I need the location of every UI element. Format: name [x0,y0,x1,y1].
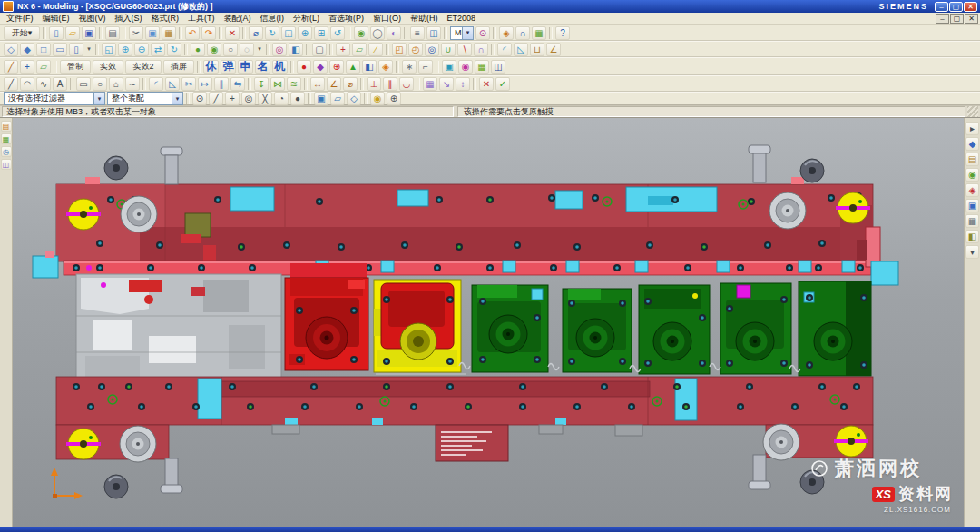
mdi-restore-button[interactable]: ▢ [950,14,964,24]
rotate-view-icon[interactable]: ↻ [167,43,181,56]
sketch-icon[interactable]: ╱ [4,60,18,74]
clip-section-icon[interactable]: ◧ [289,43,303,56]
scale-icon[interactable]: ↘ [439,77,454,91]
menu-analysis[interactable]: 分析(L) [289,13,324,25]
zoom-in-icon[interactable]: ⊕ [118,43,132,56]
zoom-icon[interactable]: ⊕ [298,26,312,40]
text-icon[interactable]: A [53,77,67,91]
zoom-out-icon[interactable]: ⊖ [134,43,149,56]
menu-view[interactable]: 视图(V) [74,13,111,25]
tool-red-icon[interactable]: ◈ [965,183,979,197]
roles-tab-icon[interactable]: ◫ [1,159,12,170]
snap-icon[interactable]: ⊙ [475,26,490,40]
window-icon[interactable]: ▢ [312,43,327,56]
close-button[interactable]: ✕ [964,2,977,12]
tangent-icon[interactable]: ◡ [399,77,414,91]
datum-csys-icon[interactable]: + [20,60,34,74]
existing-point-snap-icon[interactable]: ● [290,92,305,105]
wireframe-view-icon[interactable]: ◯ [370,26,385,40]
station-3-green-die[interactable] [472,285,548,372]
assembly-navigator-tab-icon[interactable]: ▤ [1,121,12,132]
datum-plane-icon[interactable]: ▱ [352,43,367,56]
trim-icon[interactable]: ✂ [181,77,196,91]
hole-icon[interactable]: ◎ [425,43,439,56]
diameter-dim-icon[interactable]: ⌀ [343,77,358,91]
menu-assemblies[interactable]: 装配(A) [220,13,256,25]
conic-icon[interactable]: ∿ [36,77,51,91]
quadrant-snap-icon[interactable]: ◔ [274,92,289,105]
midpoint-snap-icon[interactable]: + [225,92,240,105]
tool-chaping-button[interactable]: 插屏 [163,60,194,74]
face-select-icon[interactable]: ▣ [314,92,328,105]
pan-view-icon[interactable]: ⇄ [151,43,165,56]
part-navigator-tab-icon[interactable]: ▦ [1,133,12,144]
station-2-yellow-die[interactable] [374,280,461,372]
unite-icon[interactable]: ∪ [441,43,456,56]
draft-icon[interactable]: ∠ [546,43,561,56]
chamfer2-icon[interactable]: ◺ [165,77,180,91]
print-icon[interactable]: ▤ [105,26,120,40]
red-dot-tool-icon[interactable]: ● [297,60,311,74]
tool-ming-button[interactable]: 名 [255,60,270,74]
tool-gray-icon[interactable]: ▦ [965,214,979,228]
polygon-icon[interactable]: ⌂ [109,77,123,91]
layers-panel-icon[interactable]: ▤ [965,153,979,166]
selection-scope-combo[interactable]: 整个装配 [107,92,183,105]
revolve-icon[interactable]: ◴ [408,43,423,56]
start-button[interactable]: 开始▾ [4,26,40,40]
angle-dim-icon[interactable]: ∠ [327,77,341,91]
edge-blend-icon[interactable]: ◜ [497,43,512,56]
die-lower-plate[interactable] [56,377,873,461]
top-view-icon[interactable]: □ [36,43,51,56]
tool-shixiao-button[interactable]: 实效 [93,60,123,74]
cyan-tool-icon[interactable]: ▣ [442,60,456,74]
station-7-green-die[interactable] [799,281,871,376]
station-1-red-die[interactable] [285,263,368,370]
snap-point-toggle-icon[interactable]: ⊙ [192,92,207,105]
viewport-3d[interactable]: 萧洒网校 XS 资料网 ZL.XS1616.COM [13,118,964,527]
tool-ji-button[interactable]: 机 [272,60,288,74]
selection-filter-combo[interactable]: 没有选择过滤器 [4,92,105,105]
show-hide-icon[interactable]: ◎ [272,43,287,56]
highlight-icon[interactable]: ◉ [370,92,385,105]
spline-icon[interactable]: ∼ [125,77,140,91]
edge-select-icon[interactable]: ▱ [330,92,345,105]
delete-icon[interactable]: ✕ [225,26,240,40]
tool-blue-icon[interactable]: ▣ [965,199,979,212]
menu-window[interactable]: 窗口(O) [368,13,406,25]
cut-icon[interactable]: ✂ [129,26,143,40]
view-orient-dropdown-icon[interactable]: ▾ [85,43,93,56]
tool-olive-icon[interactable]: ◧ [965,230,979,243]
circle-icon[interactable]: ○ [93,77,107,91]
menu-information[interactable]: 信息(I) [256,13,289,25]
extend-icon[interactable]: ↦ [198,77,212,91]
subtract-icon[interactable]: ∖ [457,43,472,56]
section-view-icon[interactable]: ◫ [426,26,441,40]
pattern-icon[interactable]: ▦ [532,26,546,40]
layers-icon[interactable]: ≡ [410,26,425,40]
line-icon[interactable]: ╱ [4,77,18,91]
center-snap-icon[interactable]: ◎ [241,92,256,105]
minimize-button[interactable]: – [935,2,948,12]
station-6-green-die[interactable] [720,283,791,374]
mdi-close-button[interactable]: ✕ [965,14,978,24]
magnify-icon[interactable]: ⊕ [387,92,401,105]
check-icon[interactable]: ✓ [495,77,510,91]
fit-view-icon[interactable]: ◱ [281,26,296,40]
move-component-icon[interactable]: ◈ [499,26,514,40]
open-icon[interactable]: ▱ [65,26,80,40]
intersect-icon[interactable]: ∩ [474,43,488,56]
wcs-triad[interactable] [51,468,83,499]
intersection-snap-icon[interactable]: ╳ [258,92,272,105]
shaded-icon[interactable]: ● [191,43,205,56]
magenta-tool-icon[interactable]: ◉ [458,60,473,74]
rectangle-icon[interactable]: ▭ [76,77,91,91]
project-curve-icon[interactable]: ↧ [254,77,269,91]
panel-dropdown-icon[interactable]: ▾ [965,245,979,259]
chamfer-icon[interactable]: ◺ [514,43,528,56]
pan-icon[interactable]: ⊞ [314,26,328,40]
windows-taskbar[interactable] [0,527,980,532]
target-tool-icon[interactable]: ⊕ [329,60,344,74]
station-4-green-die[interactable] [563,289,632,372]
lime-tool-icon[interactable]: ▦ [475,60,489,74]
